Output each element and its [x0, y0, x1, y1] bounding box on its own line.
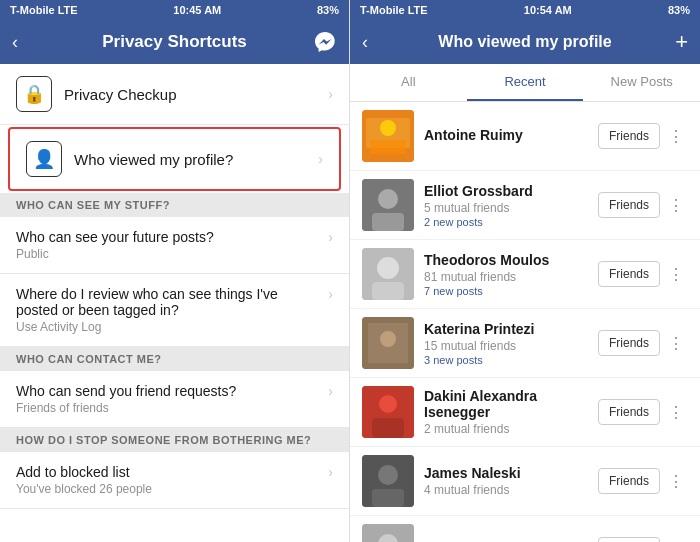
- profile-mutual-2: 5 mutual friends: [424, 201, 598, 215]
- more-icon-7[interactable]: ⋮: [664, 537, 688, 543]
- avatar-img-5: [362, 386, 414, 438]
- profile-item-6[interactable]: James Naleski 4 mutual friends Friends ⋮: [350, 447, 700, 516]
- left-time: 10:45 AM: [173, 4, 221, 16]
- avatar-img-3: [362, 248, 414, 300]
- profile-item-5[interactable]: Dakini Alexandra Isenegger 2 mutual frie…: [350, 378, 700, 447]
- friends-button-5[interactable]: Friends: [598, 399, 660, 425]
- profile-name-4: Katerina Printezi: [424, 321, 598, 337]
- profile-new-posts-4: 3 new posts: [424, 354, 598, 366]
- profile-item-2[interactable]: Elliot Grossbard 5 mutual friends 2 new …: [350, 171, 700, 240]
- more-icon-3[interactable]: ⋮: [664, 261, 688, 288]
- profile-name-6: James Naleski: [424, 465, 598, 481]
- profile-name-1: Antoine Ruimy: [424, 127, 598, 143]
- avatar-3: [362, 248, 414, 300]
- avatar-4: [362, 317, 414, 369]
- svg-rect-9: [372, 282, 404, 300]
- menu-item-who-viewed[interactable]: 👤 Who viewed my profile? ›: [8, 127, 341, 191]
- profile-mutual-5: 2 mutual friends: [424, 422, 598, 436]
- avatar-img-7: [362, 524, 414, 542]
- left-menu-list: 🔒 Privacy Checkup › 👤 Who viewed my prof…: [0, 64, 349, 542]
- menu-item-review-tagged[interactable]: Where do I review who can see things I'v…: [0, 274, 349, 347]
- friends-button-1[interactable]: Friends: [598, 123, 660, 149]
- profile-info-5: Dakini Alexandra Isenegger 2 mutual frie…: [424, 388, 598, 437]
- avatar-6: [362, 455, 414, 507]
- friends-button-3[interactable]: Friends: [598, 261, 660, 287]
- friend-requests-sub: Friends of friends: [16, 401, 320, 415]
- profile-info-3: Theodoros Moulos 81 mutual friends 7 new…: [424, 252, 598, 297]
- review-tagged-title: Where do I review who can see things I'v…: [16, 286, 320, 318]
- profile-mutual-6: 4 mutual friends: [424, 483, 598, 497]
- plus-button[interactable]: +: [658, 29, 688, 55]
- friends-button-4[interactable]: Friends: [598, 330, 660, 356]
- left-back-button[interactable]: ‹: [12, 32, 42, 53]
- right-carrier: T-Mobile LTE: [360, 4, 428, 16]
- left-status-bar-left: T-Mobile LTE: [10, 4, 78, 16]
- profile-info-2: Elliot Grossbard 5 mutual friends 2 new …: [424, 183, 598, 228]
- avatar-5: [362, 386, 414, 438]
- profile-item-1[interactable]: Antoine Ruimy Friends ⋮: [350, 102, 700, 171]
- profile-info-1: Antoine Ruimy: [424, 127, 598, 145]
- more-icon-6[interactable]: ⋮: [664, 468, 688, 495]
- chevron-icon-4: ›: [328, 286, 333, 302]
- svg-rect-15: [372, 418, 404, 438]
- menu-item-future-posts[interactable]: Who can see your future posts? Public ›: [0, 217, 349, 274]
- profile-name-3: Theodoros Moulos: [424, 252, 598, 268]
- menu-item-blocked-list[interactable]: Add to blocked list You've blocked 26 pe…: [0, 452, 349, 509]
- profile-mutual-4: 15 mutual friends: [424, 339, 598, 353]
- tab-new-posts[interactable]: New Posts: [583, 64, 700, 101]
- more-icon-2[interactable]: ⋮: [664, 192, 688, 219]
- avatar-img-6: [362, 455, 414, 507]
- profile-new-posts-2: 2 new posts: [424, 216, 598, 228]
- section-header-contact: WHO CAN CONTACT ME?: [0, 347, 349, 371]
- profile-mutual-3: 81 mutual friends: [424, 270, 598, 284]
- right-status-bar-right: 83%: [668, 4, 690, 16]
- right-time: 10:54 AM: [524, 4, 572, 16]
- right-nav-bar: ‹ Who viewed my profile +: [350, 20, 700, 64]
- more-icon-5[interactable]: ⋮: [664, 399, 688, 426]
- svg-rect-18: [372, 489, 404, 507]
- chevron-icon-3: ›: [328, 229, 333, 245]
- profile-icon: 👤: [26, 141, 62, 177]
- section-header-see-stuff: WHO CAN SEE MY STUFF?: [0, 193, 349, 217]
- friend-requests-title: Who can send you friend requests?: [16, 383, 320, 399]
- svg-rect-6: [372, 213, 404, 231]
- tab-recent[interactable]: Recent: [467, 64, 584, 101]
- privacy-checkup-label: Privacy Checkup: [64, 86, 320, 103]
- review-tagged-sub: Use Activity Log: [16, 320, 320, 334]
- profile-info-4: Katerina Printezi 15 mutual friends 3 ne…: [424, 321, 598, 366]
- right-panel: T-Mobile LTE 10:54 AM 83% ‹ Who viewed m…: [350, 0, 700, 542]
- avatar-img-1: [362, 110, 414, 162]
- friends-button-6[interactable]: Friends: [598, 468, 660, 494]
- avatar-img-2: [362, 179, 414, 231]
- tab-all[interactable]: All: [350, 64, 467, 101]
- profile-name-5: Dakini Alexandra Isenegger: [424, 388, 598, 420]
- svg-point-14: [379, 395, 397, 413]
- friends-button-2[interactable]: Friends: [598, 192, 660, 218]
- friends-button-7[interactable]: Friends: [598, 537, 660, 542]
- svg-point-17: [378, 465, 398, 485]
- who-viewed-label: Who viewed my profile?: [74, 151, 310, 168]
- svg-point-12: [380, 331, 396, 347]
- left-panel: T-Mobile LTE 10:45 AM 83% ‹ Privacy Shor…: [0, 0, 350, 542]
- svg-point-2: [380, 120, 396, 136]
- svg-point-5: [378, 189, 398, 209]
- messenger-icon: [313, 30, 337, 54]
- avatar-1: [362, 110, 414, 162]
- left-status-bar-right: 83%: [317, 4, 339, 16]
- profile-item-3[interactable]: Theodoros Moulos 81 mutual friends 7 new…: [350, 240, 700, 309]
- more-icon-1[interactable]: ⋮: [664, 123, 688, 150]
- lock-icon: 🔒: [16, 76, 52, 112]
- profile-name-2: Elliot Grossbard: [424, 183, 598, 199]
- menu-item-friend-requests[interactable]: Who can send you friend requests? Friend…: [0, 371, 349, 428]
- profile-item-7[interactable]: Friends ⋮: [350, 516, 700, 542]
- right-back-button[interactable]: ‹: [362, 32, 392, 53]
- chevron-icon-6: ›: [328, 464, 333, 480]
- menu-item-privacy-checkup[interactable]: 🔒 Privacy Checkup ›: [0, 64, 349, 125]
- left-battery: 83%: [317, 4, 339, 16]
- friend-requests-content: Who can send you friend requests? Friend…: [16, 383, 320, 415]
- profile-item-4[interactable]: Katerina Printezi 15 mutual friends 3 ne…: [350, 309, 700, 378]
- more-icon-4[interactable]: ⋮: [664, 330, 688, 357]
- profile-list: Antoine Ruimy Friends ⋮ Elliot Grossbard…: [350, 102, 700, 542]
- messenger-button[interactable]: [307, 30, 337, 54]
- future-posts-content: Who can see your future posts? Public: [16, 229, 320, 261]
